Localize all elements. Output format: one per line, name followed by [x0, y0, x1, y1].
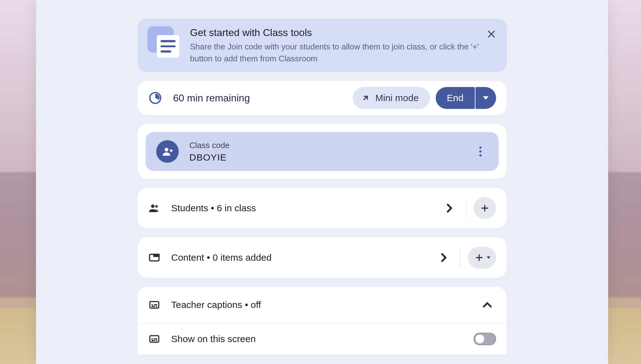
add-content-button[interactable]: [468, 247, 496, 269]
add-student-button[interactable]: [474, 197, 496, 219]
chevron-right-icon: [446, 203, 453, 213]
show-on-screen-row: Show on this screen: [137, 323, 507, 355]
svg-point-7: [479, 146, 481, 149]
mini-mode-label: Mini mode: [375, 93, 418, 103]
students-expand-button[interactable]: [441, 199, 458, 217]
svg-rect-15: [154, 254, 159, 257]
students-row[interactable]: Students • 6 in class: [137, 188, 507, 228]
timer-icon: [148, 91, 162, 105]
chevron-up-icon: [483, 302, 492, 308]
close-icon: [486, 29, 496, 39]
class-tools-panel: Get started with Class tools Share the J…: [36, 0, 608, 364]
show-on-screen-toggle[interactable]: [474, 333, 496, 345]
plus-icon: [480, 204, 489, 213]
svg-rect-6: [171, 149, 172, 152]
chevron-right-icon: [441, 253, 447, 262]
caret-down-icon: [487, 256, 490, 259]
class-code-card: Class code DBOYIE: [137, 124, 507, 179]
tab-icon: [149, 252, 160, 263]
captions-icon: [149, 333, 160, 345]
person-add-icon: [156, 140, 179, 163]
banner-title: Get started with Class tools: [190, 27, 497, 38]
banner-illustration: [147, 26, 181, 60]
svg-line-3: [364, 96, 367, 100]
end-session-dropdown[interactable]: [475, 87, 496, 109]
captions-collapse-button[interactable]: [479, 296, 496, 314]
teacher-captions-card: Teacher captions • off Show on this scre…: [137, 287, 507, 355]
svg-point-8: [479, 151, 481, 153]
more-vert-icon: [479, 146, 482, 156]
mini-mode-button[interactable]: Mini mode: [353, 87, 430, 109]
class-code-row[interactable]: Class code DBOYIE: [146, 132, 499, 171]
time-remaining-label: 60 min remaining: [173, 92, 353, 104]
plus-icon: [475, 253, 484, 262]
content-label: Content • 0 items added: [171, 252, 435, 263]
captions-icon: [149, 299, 160, 310]
captions-header-label: Teacher captions • off: [171, 300, 479, 310]
caret-down-icon: [483, 95, 489, 101]
svg-point-11: [155, 205, 158, 208]
close-banner-button[interactable]: [485, 28, 498, 41]
banner-description: Share the Join code with your students t…: [190, 41, 497, 64]
get-started-banner: Get started with Class tools Share the J…: [137, 19, 507, 72]
session-status-bar: 60 min remaining Mini mode End: [137, 81, 507, 115]
svg-point-9: [479, 154, 481, 156]
end-session-button[interactable]: End: [436, 87, 475, 109]
svg-point-10: [151, 205, 155, 208]
expand-icon: [362, 94, 370, 102]
teacher-captions-header[interactable]: Teacher captions • off: [137, 287, 507, 323]
class-code-more-button[interactable]: [473, 144, 488, 159]
content-row[interactable]: Content • 0 items added: [137, 237, 507, 278]
people-icon: [148, 202, 160, 214]
class-code-value: DBOYIE: [189, 152, 462, 163]
students-label: Students • 6 in class: [171, 203, 441, 213]
content-expand-button[interactable]: [435, 249, 453, 266]
show-on-screen-label: Show on this screen: [171, 334, 474, 344]
class-code-label: Class code: [189, 141, 462, 150]
svg-point-4: [165, 148, 168, 151]
